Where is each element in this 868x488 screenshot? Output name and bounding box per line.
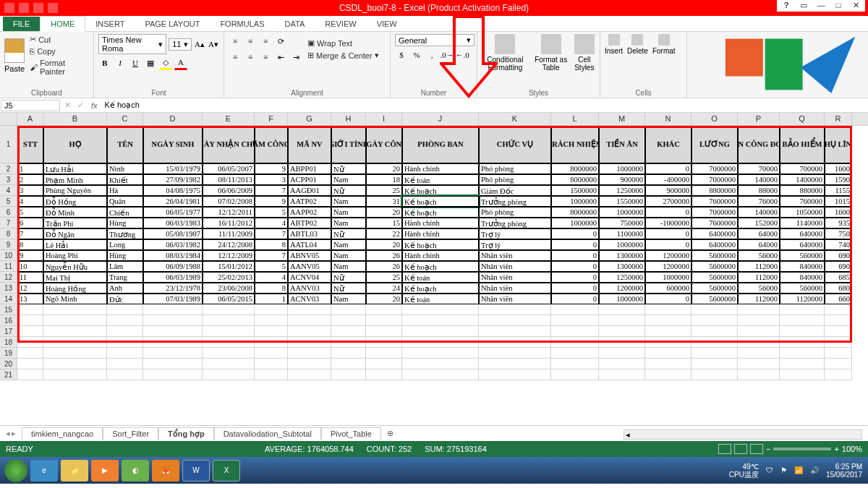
italic-button[interactable]: I — [114, 56, 127, 70]
col-header[interactable]: A — [17, 113, 43, 125]
cell[interactable]: Trưởng phòng — [479, 218, 551, 228]
align-left-icon[interactable]: ≡ — [229, 50, 242, 64]
taskbar-explorer-icon[interactable]: 📁 — [61, 460, 88, 481]
cell[interactable]: 840000 — [780, 261, 825, 272]
cell[interactable]: 600000 — [645, 283, 692, 294]
cell[interactable]: 690 — [825, 261, 852, 272]
cell[interactable]: 0 — [551, 283, 599, 294]
cell[interactable]: 140000 — [738, 174, 780, 185]
cell[interactable]: 70000 — [738, 163, 780, 174]
cell[interactable]: 112000 — [738, 261, 780, 272]
cell[interactable]: 0 — [645, 207, 692, 218]
col-header[interactable]: E — [203, 113, 255, 125]
cell[interactable]: 23/12/1978 — [143, 283, 203, 294]
format-painter-button[interactable]: 🖌 Format Painter — [27, 58, 89, 77]
tab-view[interactable]: VIEW — [367, 17, 407, 31]
row-header[interactable]: 4 — [0, 185, 17, 196]
cell[interactable] — [366, 337, 402, 348]
cell[interactable]: 10 — [17, 261, 43, 272]
cell[interactable] — [255, 359, 288, 369]
cell[interactable] — [43, 337, 107, 348]
col-header[interactable]: D — [143, 113, 203, 125]
col-header[interactable]: H — [331, 113, 366, 125]
cell[interactable]: 7600000 — [692, 218, 738, 228]
cell[interactable] — [331, 304, 366, 315]
cell[interactable]: Giám Đốc — [479, 185, 551, 196]
col-header[interactable]: N — [645, 113, 692, 125]
row-header[interactable]: 11 — [0, 261, 17, 272]
indent-dec-icon[interactable]: ⇤ — [274, 50, 287, 64]
row-header[interactable]: 6 — [0, 207, 17, 218]
cell[interactable]: Nhân viên — [479, 261, 551, 272]
cell[interactable] — [43, 315, 107, 326]
cell[interactable] — [331, 326, 366, 337]
cell[interactable]: 1015 — [825, 196, 852, 207]
row-header[interactable]: 7 — [0, 218, 17, 228]
cell[interactable] — [255, 348, 288, 359]
cell[interactable]: 5600000 — [692, 294, 738, 304]
header-cell[interactable]: THỤ LĨNH — [825, 126, 852, 163]
cell[interactable] — [692, 326, 738, 337]
cell[interactable]: 06/03/1989 — [143, 272, 203, 283]
cell[interactable] — [825, 359, 852, 369]
row-header[interactable]: 19 — [0, 348, 17, 359]
accounting-icon[interactable]: $ — [395, 48, 408, 62]
cell[interactable] — [479, 315, 551, 326]
sheet-tab[interactable]: Sort_Filter — [103, 427, 158, 440]
save-icon[interactable] — [19, 3, 29, 13]
cell[interactable]: ABTP02 — [288, 218, 331, 228]
row-header[interactable]: 13 — [0, 283, 17, 294]
cell[interactable]: 15/01/2012 — [203, 261, 255, 272]
cell[interactable]: 112000 — [738, 294, 780, 304]
zoom-slider[interactable] — [773, 448, 831, 450]
cell[interactable]: 1000000 — [599, 207, 645, 218]
cell[interactable]: 5 — [255, 261, 288, 272]
indent-inc-icon[interactable]: ⇥ — [289, 50, 302, 64]
cell[interactable]: 08/03/1984 — [143, 250, 203, 261]
cell[interactable]: 18 — [366, 174, 402, 185]
cell[interactable] — [331, 337, 366, 348]
cell[interactable]: Kế hoạch — [402, 196, 479, 207]
cell[interactable] — [143, 304, 203, 315]
cell[interactable]: 1155 — [825, 185, 852, 196]
cell[interactable]: 06/03/1983 — [143, 218, 203, 228]
cell[interactable]: 1400000 — [780, 174, 825, 185]
cell[interactable] — [107, 315, 143, 326]
cell[interactable]: Kế hoạch — [402, 207, 479, 218]
cell[interactable]: Nguyễn Hữu — [43, 261, 107, 272]
cell[interactable] — [255, 326, 288, 337]
cell[interactable]: 1590 — [825, 174, 852, 185]
cell[interactable]: Kế hoạch — [402, 185, 479, 196]
font-size-select[interactable]: 11 ▾ — [169, 38, 192, 51]
cell[interactable] — [43, 359, 107, 369]
cell[interactable]: Hành chính — [402, 163, 479, 174]
align-center-icon[interactable]: ≡ — [244, 50, 257, 64]
name-box[interactable]: J5 — [1, 100, 60, 111]
cell[interactable] — [645, 304, 692, 315]
cell[interactable]: 1 — [17, 163, 43, 174]
taskbar-app-icon[interactable]: ◐ — [122, 460, 149, 481]
cell[interactable]: 25 — [366, 272, 402, 283]
col-header[interactable]: C — [107, 113, 143, 125]
cell[interactable]: 05/08/1987 — [143, 228, 203, 239]
minimize-button[interactable]: — — [814, 1, 827, 10]
cell[interactable] — [738, 348, 780, 359]
cell[interactable]: 88000 — [738, 185, 780, 196]
tray-network-icon[interactable]: 📶 — [794, 466, 803, 474]
cell[interactable] — [479, 304, 551, 315]
cell[interactable] — [366, 359, 402, 369]
cell[interactable]: Trang — [107, 272, 143, 283]
cell[interactable]: 640000 — [780, 228, 825, 239]
cell[interactable]: 1000000 — [599, 239, 645, 250]
cell[interactable]: 1300000 — [599, 261, 645, 272]
insert-icon[interactable] — [608, 34, 620, 46]
zoom-in-button[interactable]: + — [834, 445, 838, 453]
cell[interactable]: 5600000 — [692, 272, 738, 283]
cell[interactable]: 22 — [366, 228, 402, 239]
cell[interactable]: Quân — [107, 196, 143, 207]
cell[interactable]: 20 — [366, 294, 402, 304]
cell[interactable] — [738, 359, 780, 369]
tray-volume-icon[interactable]: 🔊 — [810, 466, 819, 474]
cell[interactable]: Kế toán — [402, 294, 479, 304]
cell[interactable]: 6 — [17, 218, 43, 228]
